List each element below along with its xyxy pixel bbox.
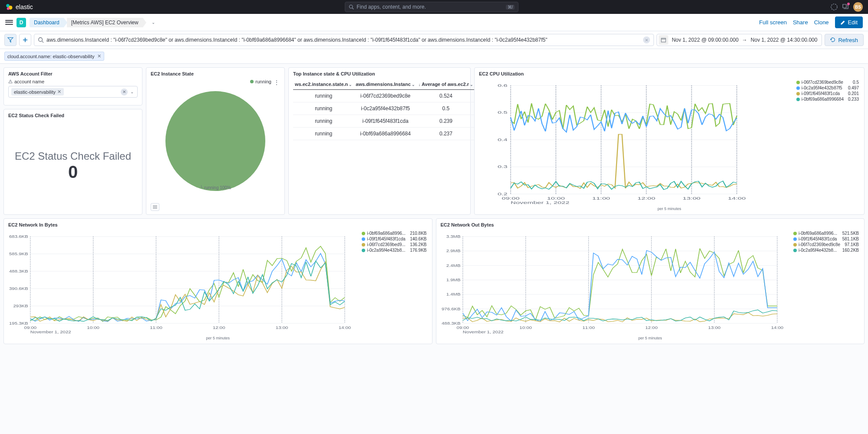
svg-text:09:00: 09:00 xyxy=(456,326,469,330)
legend-toggle-button[interactable] xyxy=(151,203,159,211)
filter-options-button[interactable] xyxy=(4,34,17,46)
pie-legend-item[interactable]: running xyxy=(250,79,271,84)
filter-bar: aws.dimensions.InstanceId : "i-06f7cd236… xyxy=(0,31,868,49)
search-icon xyxy=(349,4,354,10)
refresh-button[interactable]: Refresh xyxy=(825,34,864,46)
panel-title: EC2 Network Out Bytes xyxy=(441,222,860,227)
pie-sublabel: └ running 100% xyxy=(200,185,231,190)
legend-item[interactable]: i-09f1f645f483f1cda581.1KB xyxy=(793,237,859,241)
panel-ec2-instance-state: EC2 Instance State running ⋮ └ running 1… xyxy=(146,67,285,215)
svg-text:10:00: 10:00 xyxy=(87,326,99,330)
combo-clear-button[interactable]: ✕ xyxy=(121,89,128,95)
breadcrumb-dashboard[interactable]: Dashboard xyxy=(30,18,64,27)
svg-text:3.3MB: 3.3MB xyxy=(446,234,460,239)
svg-text:14:00: 14:00 xyxy=(728,196,746,201)
share-link[interactable]: Share xyxy=(793,19,808,26)
svg-text:488.3KB: 488.3KB xyxy=(9,269,28,273)
combo-pill: elastic-observability ✕ xyxy=(11,88,64,95)
breadcrumb-sep xyxy=(64,18,67,27)
column-1: AWS Account Filter account name elastic-… xyxy=(3,67,142,215)
netout-legend: i-0bf69a686a8996...521.5KBi-09f1f645f483… xyxy=(793,231,859,253)
svg-text:2.4MB: 2.4MB xyxy=(446,263,460,268)
combo-pill-remove[interactable]: ✕ xyxy=(57,89,61,95)
table-row[interactable]: runningi-0bf69a686a89966840.237 xyxy=(293,128,475,140)
notification-dot xyxy=(847,3,850,5)
svg-text:13:00: 13:00 xyxy=(708,326,720,330)
subbar-left: D Dashboard [Metrics AWS] EC2 Overview ⌄ xyxy=(5,18,155,27)
svg-text:293KB: 293KB xyxy=(13,304,28,308)
svg-text:12:00: 12:00 xyxy=(645,326,658,330)
legend-item[interactable]: i-0bf69a686a89966840.233 xyxy=(796,97,859,102)
instance-table: ws.ec2.instance.state.n⌄ aws.dimensions.… xyxy=(293,79,475,140)
breadcrumb-more-icon[interactable]: ⌄ xyxy=(152,20,155,25)
table-header-instance[interactable]: aws.dimensions.Instanc⌄ xyxy=(354,79,417,90)
query-clear-button[interactable]: ✕ xyxy=(643,36,650,43)
svg-rect-10 xyxy=(661,38,666,42)
cpu-legend: i-06f7cd2369bed9c8e0.5i-0c2a95f4e432b87f… xyxy=(796,80,859,102)
svg-text:November 1, 2022: November 1, 2022 xyxy=(511,201,569,205)
global-topbar: elastic Find apps, content, and more. ⌘/… xyxy=(0,0,868,14)
table-header-avg[interactable]: ↓ Average of aws.ec2.r⌄ xyxy=(417,79,475,90)
newsfeed-icon[interactable] xyxy=(842,3,849,10)
clone-link[interactable]: Clone xyxy=(814,19,829,26)
user-avatar[interactable]: BS xyxy=(853,2,863,12)
pie-slice-running xyxy=(165,91,265,191)
svg-text:488.3KB: 488.3KB xyxy=(441,321,460,326)
svg-text:09:00: 09:00 xyxy=(502,196,520,201)
metric-label: EC2 Status Check Failed xyxy=(15,150,131,162)
svg-text:10:00: 10:00 xyxy=(519,326,532,330)
legend-item[interactable]: i-0bf69a686a8996...210.8KB xyxy=(362,231,426,236)
search-icon xyxy=(38,37,44,43)
filter-pill-cloud-account[interactable]: cloud.account.name: elastic-observabilit… xyxy=(4,52,104,61)
space-selector[interactable]: D xyxy=(17,18,26,27)
add-filter-button[interactable] xyxy=(19,34,31,46)
legend-item[interactable]: i-0c2a95f4e432b8...160.2KB xyxy=(793,248,859,253)
edit-button[interactable]: Edit xyxy=(835,16,863,28)
search-kbd-hint: ⌘/ xyxy=(506,5,515,10)
dashboard-row-1: AWS Account Filter account name elastic-… xyxy=(0,64,868,218)
legend-item[interactable]: i-06f7cd2369bed9c8e0.5 xyxy=(796,80,859,85)
account-name-combo[interactable]: elastic-observability ✕ ✕ ⌄ xyxy=(8,86,138,98)
legend-item[interactable]: i-09f1f645f483f1cda0.201 xyxy=(796,91,859,96)
panel-cpu-utilization: EC2 CPU Utilization i-06f7cd2369bed9c8e0… xyxy=(474,67,865,215)
fullscreen-link[interactable]: Full screen xyxy=(759,19,787,26)
calendar-icon xyxy=(659,35,668,45)
svg-text:0.2: 0.2 xyxy=(498,192,508,196)
legend-item[interactable]: i-0c2a95f4e432b8...176.9KB xyxy=(362,248,426,253)
elastic-logo[interactable]: elastic xyxy=(5,3,33,11)
svg-text:390.6KB: 390.6KB xyxy=(9,286,28,291)
time-range-picker[interactable]: Nov 1, 2022 @ 09:00:00.000 → Nov 1, 2022… xyxy=(657,34,822,46)
help-icon[interactable] xyxy=(831,3,838,10)
chevron-down-icon[interactable]: ⌄ xyxy=(129,89,135,94)
breadcrumb: Dashboard [Metrics AWS] EC2 Overview xyxy=(30,18,146,27)
legend-item[interactable]: i-06f7cd2369bed9c8e97.1KB xyxy=(793,242,859,247)
svg-text:0.4: 0.4 xyxy=(498,138,508,142)
svg-line-9 xyxy=(42,41,44,43)
table-header-state[interactable]: ws.ec2.instance.state.n⌄ xyxy=(293,79,354,90)
svg-point-8 xyxy=(39,38,43,42)
breadcrumb-current: [Metrics AWS] EC2 Overview xyxy=(67,18,143,27)
svg-point-5 xyxy=(831,4,837,10)
svg-text:585.9KB: 585.9KB xyxy=(9,252,28,256)
svg-text:0.5: 0.5 xyxy=(498,110,508,115)
legend-item[interactable]: i-0c2a95f4e432b87f50.497 xyxy=(796,85,859,90)
svg-text:683.6KB: 683.6KB xyxy=(9,234,28,239)
legend-item[interactable]: i-0bf69a686a8996...521.5KB xyxy=(793,231,859,236)
table-row[interactable]: runningi-0c2a95f4e432b87f50.5 xyxy=(293,102,475,115)
dashboard-row-2: EC2 Network In Bytes i-0bf69a686a8996...… xyxy=(0,218,868,348)
x-axis-label: per 5 minutes xyxy=(8,336,428,340)
panel-options-icon[interactable]: ⋮ xyxy=(274,79,279,86)
table-row[interactable]: runningi-09f1f645f483f1cda0.239 xyxy=(293,115,475,128)
edit-label: Edit xyxy=(848,19,858,26)
panel-top-instance-cpu: Top Instance state & CPU Utilization ws.… xyxy=(288,67,471,215)
nav-menu-icon[interactable] xyxy=(5,19,13,26)
pill-remove-icon[interactable]: ✕ xyxy=(97,53,101,59)
legend-item[interactable]: i-09f1f645f483f1cda140.6KB xyxy=(362,237,426,241)
svg-text:2.9MB: 2.9MB xyxy=(446,249,460,253)
svg-text:976.6KB: 976.6KB xyxy=(441,307,460,311)
global-search-input[interactable]: Find apps, content, and more. ⌘/ xyxy=(345,2,518,12)
query-input[interactable]: aws.dimensions.InstanceId : "i-06f7cd236… xyxy=(34,34,654,46)
refresh-label: Refresh xyxy=(838,37,858,43)
legend-item[interactable]: i-06f7cd2369bed9...136.2KB xyxy=(362,242,426,247)
table-row[interactable]: runningi-06f7cd2369bed9c8e0.524 xyxy=(293,90,475,102)
